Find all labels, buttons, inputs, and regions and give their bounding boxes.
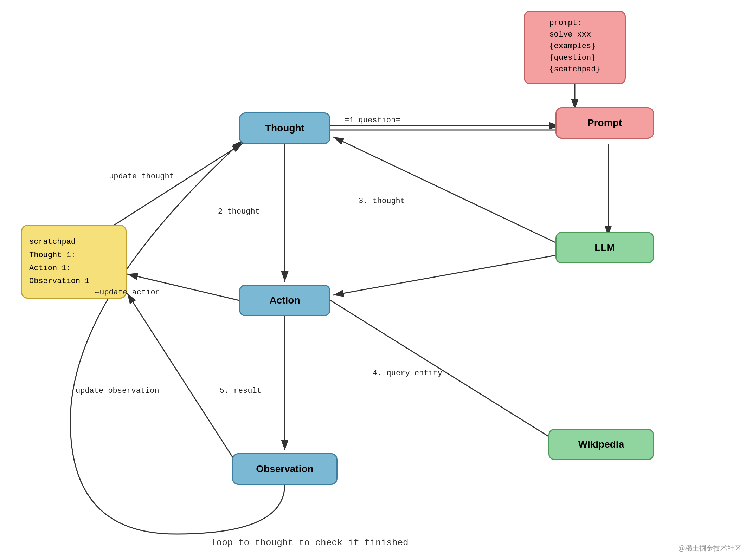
diagram-container: prompt: solve xxx {examples} {question} …: [0, 0, 752, 560]
label-three-thought: 3. thought: [359, 197, 405, 206]
prompt-template-box: prompt: solve xxx {examples} {question} …: [524, 11, 626, 84]
llm-node: LLM: [555, 232, 654, 263]
prompt-template-text: prompt: solve xxx {examples} {question} …: [549, 17, 600, 75]
wikipedia-label: Wikipedia: [578, 439, 624, 450]
svg-line-11: [127, 293, 239, 467]
action-node: Action: [239, 285, 330, 316]
loop-text: loop to thought to check if finished: [211, 538, 409, 548]
watermark: @稀土掘金技术社区: [678, 543, 741, 553]
llm-label: LLM: [594, 242, 615, 253]
observation-label: Observation: [256, 463, 313, 475]
observation-node: Observation: [232, 453, 338, 485]
label-five-result: 5. result: [220, 386, 262, 395]
svg-line-8: [330, 300, 560, 443]
label-update-action: ←update action: [95, 288, 160, 297]
thought-node: Thought: [239, 112, 330, 144]
action-label: Action: [269, 295, 300, 306]
prompt-node: Prompt: [555, 107, 654, 139]
scratchpad-label: scratchpad Thought 1: Action 1: Observat…: [29, 235, 90, 288]
label-two-thought: 2 thought: [218, 207, 260, 216]
label-update-thought: update thought: [109, 172, 174, 181]
label-four-query: 4. query entity: [373, 369, 442, 378]
scratchpad-node: scratchpad Thought 1: Action 1: Observat…: [21, 225, 127, 299]
label-one-question: =1 question=: [345, 116, 400, 125]
wikipedia-node: Wikipedia: [548, 429, 654, 460]
svg-line-9: [333, 255, 559, 295]
prompt-label: Prompt: [587, 117, 622, 129]
thought-label: Thought: [265, 123, 304, 134]
svg-line-10: [333, 137, 559, 244]
label-update-observation: update observation: [76, 386, 159, 395]
